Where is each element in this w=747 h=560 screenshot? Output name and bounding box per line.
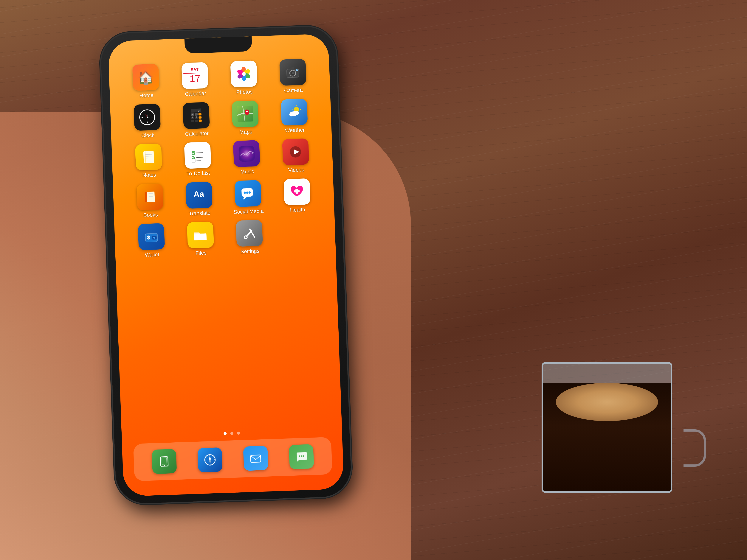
- svg-rect-12: [290, 67, 294, 70]
- svg-point-98: [209, 459, 211, 461]
- app-icon-notes[interactable]: Notes: [126, 143, 171, 179]
- phone-container: 🏠 Home SAT 17 Calendar: [100, 26, 352, 504]
- svg-rect-35: [199, 119, 202, 122]
- svg-rect-33: [191, 119, 194, 122]
- svg-point-94: [164, 464, 165, 466]
- app-icon-calculator[interactable]: 0 + -: [174, 102, 219, 138]
- svg-rect-25: [191, 108, 201, 112]
- app-icon-camera[interactable]: Camera: [271, 58, 315, 94]
- app-icon-translate[interactable]: Aa Translate: [177, 182, 222, 217]
- coffee-area: [486, 336, 710, 523]
- app-label-clock: Clock: [141, 132, 154, 139]
- app-label-notes: Notes: [142, 172, 156, 179]
- page-dots: [224, 432, 240, 435]
- app-icon-todolist[interactable]: To-Do List: [176, 141, 220, 177]
- app-icon-socialmedia[interactable]: Social Media: [226, 180, 271, 215]
- svg-rect-34: [195, 119, 198, 122]
- page-dot-3: [237, 432, 240, 435]
- svg-text:$: $: [147, 235, 150, 241]
- svg-text:+: +: [192, 113, 193, 115]
- dock-phone-icon[interactable]: [152, 449, 177, 474]
- app-icon-img-translate: Aa: [185, 182, 212, 209]
- app-icon-img-socialmedia: [235, 180, 262, 207]
- phone-body: 🏠 Home SAT 17 Calendar: [100, 26, 352, 504]
- svg-marker-78: [243, 197, 247, 200]
- app-icon-img-calendar: SAT 17: [181, 62, 208, 89]
- app-icon-img-videos: [282, 138, 309, 165]
- app-icon-wallet[interactable]: $ Wallet: [129, 223, 174, 259]
- app-label-photos: Photos: [236, 88, 253, 96]
- app-label-maps: Maps: [239, 128, 253, 135]
- app-icon-img-files: [187, 221, 214, 249]
- svg-rect-60: [189, 147, 206, 163]
- app-grid: 🏠 Home SAT 17 Calendar: [120, 54, 325, 263]
- phone-screen: 🏠 Home SAT 17 Calendar: [108, 34, 344, 497]
- app-icon-img-todolist: [184, 142, 211, 169]
- app-icon-img-notes: [135, 143, 162, 170]
- page-dot-1: [224, 432, 227, 435]
- app-icon-photos[interactable]: Photos: [222, 60, 266, 96]
- coffee-foam: [556, 383, 658, 421]
- app-label-camera: Camera: [284, 87, 303, 94]
- phone-notch: [184, 36, 252, 54]
- page-dot-2: [230, 432, 233, 435]
- app-label-weather: Weather: [285, 127, 305, 133]
- svg-rect-71: [147, 191, 155, 202]
- app-icon-img-photos: [230, 60, 257, 87]
- app-icon-img-wallet: $: [138, 223, 165, 250]
- svg-text:7: 7: [192, 116, 193, 118]
- app-icon-clock[interactable]: Clock: [125, 103, 170, 139]
- app-icon-img-home: 🏠: [132, 64, 159, 91]
- app-label-calculator: Calculator: [185, 130, 209, 137]
- dock-mail-icon[interactable]: [243, 446, 268, 471]
- svg-line-74: [149, 196, 153, 197]
- app-label-settings: Settings: [240, 248, 260, 255]
- app-icon-img-weather: [281, 99, 308, 126]
- svg-line-62: [196, 153, 203, 153]
- svg-text:-: -: [196, 113, 197, 115]
- app-icon-home[interactable]: 🏠 Home: [124, 63, 168, 99]
- svg-rect-54: [143, 151, 154, 163]
- app-icon-img-calculator: 0 + -: [183, 102, 210, 129]
- app-icon-img-maps: [232, 100, 259, 127]
- app-label-translate: Translate: [189, 210, 211, 217]
- app-icon-img-camera: [279, 59, 306, 86]
- app-icon-settings[interactable]: Settings: [227, 219, 272, 256]
- app-icon-img-settings: [236, 220, 263, 247]
- app-label-todolist: To-Do List: [186, 170, 210, 177]
- svg-rect-83: [294, 190, 300, 192]
- calendar-day: 17: [189, 73, 201, 84]
- app-icon-maps[interactable]: Maps: [223, 100, 267, 136]
- app-icon-calendar[interactable]: SAT 17 Calendar: [173, 62, 217, 98]
- svg-rect-103: [251, 455, 261, 462]
- app-icon-img-music: [233, 140, 260, 167]
- app-label-home: Home: [139, 92, 154, 99]
- app-icon-weather[interactable]: Weather: [272, 98, 317, 134]
- svg-rect-70: [145, 192, 147, 202]
- app-label-wallet: Wallet: [145, 251, 159, 258]
- app-icon-videos[interactable]: Videos: [274, 138, 318, 174]
- app-icon-files[interactable]: Files: [178, 221, 223, 257]
- coffee-cup: [523, 355, 691, 504]
- app-label-socialmedia: Social Media: [234, 208, 264, 215]
- app-icon-health[interactable]: Health: [275, 178, 319, 214]
- app-icon-img-health: [283, 178, 311, 205]
- dock-messages-icon[interactable]: [289, 444, 314, 469]
- cup-handle: [684, 429, 706, 467]
- app-icon-img-clock: [134, 104, 161, 131]
- svg-text:0: 0: [198, 109, 200, 112]
- app-label-files: Files: [195, 250, 207, 257]
- app-icon-img-books: [136, 183, 163, 210]
- svg-text:Aa: Aa: [194, 189, 204, 199]
- dock-compass-icon[interactable]: [198, 447, 223, 472]
- app-label-calendar: Calendar: [185, 90, 206, 97]
- svg-text:÷: ÷: [199, 113, 200, 115]
- app-label-books: Books: [143, 212, 158, 218]
- dock: [133, 437, 332, 481]
- cup-body: [542, 362, 672, 493]
- app-icon-books[interactable]: Books: [128, 183, 173, 219]
- app-icon-music[interactable]: Music: [225, 140, 269, 176]
- svg-text:×: ×: [200, 116, 201, 118]
- app-label-music: Music: [240, 168, 254, 175]
- svg-text:8: 8: [196, 116, 197, 118]
